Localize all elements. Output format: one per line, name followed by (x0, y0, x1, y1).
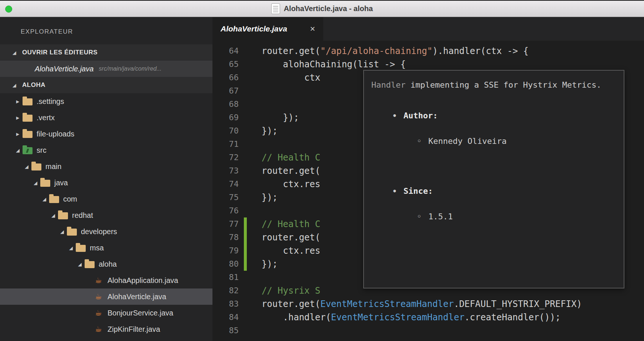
window-title: AlohaVerticle.java - aloha (284, 4, 373, 13)
close-icon[interactable]: × (310, 24, 315, 33)
code-text (247, 98, 262, 111)
chevron-expanded-icon[interactable]: ◢ (76, 261, 84, 267)
chevron-collapsed-icon[interactable]: ▸ (14, 98, 22, 105)
open-editor-item[interactable]: AlohaVerticle.java src/main/java/com/red… (0, 61, 212, 77)
line-number: 78 (212, 231, 244, 244)
bullet-icon: • (392, 187, 397, 196)
tree-item-redhat[interactable]: ◢redhat (0, 207, 212, 223)
tree-item-label: file-uploads (37, 130, 74, 138)
code-line[interactable]: 64router.get("/api/aloha-chaining").hand… (212, 44, 644, 58)
code-text: ctx.res (247, 178, 320, 191)
line-number: 79 (212, 244, 244, 257)
tree-item--vertx[interactable]: ▸.vertx (0, 109, 212, 126)
code-text: router.get("/api/aloha-chaining").handle… (247, 44, 528, 58)
chevron-expanded-icon[interactable]: ◢ (58, 229, 66, 234)
tree-item-label: msa (90, 244, 104, 252)
traffic-light-green-button[interactable] (5, 6, 12, 13)
tooltip-section-item: ◦Kennedy Oliveira (392, 136, 616, 146)
gutter-marker (244, 178, 247, 191)
chevron-collapsed-icon[interactable]: ▸ (14, 130, 22, 138)
tree-item-file-uploads[interactable]: ▸file-uploads (0, 126, 212, 142)
code-line[interactable]: 83router.get(EventMetricsStreamHandler.D… (212, 297, 644, 311)
line-number: 82 (212, 284, 244, 297)
java-file-icon: ☕ (93, 325, 103, 334)
hollow-bullet-icon: ◦ (417, 212, 422, 221)
line-number: 84 (212, 311, 244, 324)
line-number: 73 (212, 164, 244, 178)
code-text (247, 324, 262, 337)
gutter-marker (244, 58, 247, 71)
tree-item-bonjourservice-java[interactable]: ☕BonjourService.java (0, 305, 212, 321)
tree-item-alohaapplication-java[interactable]: ☕AlohaApplication.java (0, 272, 212, 288)
gutter-marker (244, 271, 247, 284)
tooltip-section-label: •Author: (392, 111, 616, 120)
line-number: 66 (212, 71, 244, 84)
code-text (247, 271, 262, 284)
tree-item-alohaverticle-java[interactable]: ☕AlohaVerticle.java (0, 288, 212, 305)
tree-item-aloha[interactable]: ◢aloha (0, 256, 212, 272)
code-text: // Health C (247, 151, 320, 164)
open-editor-file-name: AlohaVerticle.java (35, 65, 93, 73)
tree-item-label: java (54, 179, 68, 187)
tooltip-item-text: 1.5.1 (428, 212, 453, 221)
open-editors-header[interactable]: ◢ OUVRIR LES ÉDITEURS (0, 44, 212, 61)
gutter-marker (244, 111, 247, 124)
tree-item-label: BonjourService.java (108, 309, 173, 317)
gutter-marker (244, 124, 247, 138)
code-text: alohaChaining(list -> { (247, 58, 406, 71)
chevron-expanded-icon[interactable]: ◢ (23, 164, 31, 169)
chevron-expanded-icon[interactable]: ◢ (40, 196, 48, 202)
tree-item--settings[interactable]: ▸.settings (0, 93, 212, 109)
code-text: }); (247, 191, 277, 204)
line-number: 77 (212, 217, 244, 231)
code-line[interactable]: 84 .handler(EventMetricsStreamHandler.cr… (212, 311, 644, 324)
tab-label: AlohaVerticle.java (221, 24, 304, 33)
gutter-marker (244, 164, 247, 178)
gutter-marker (244, 98, 247, 111)
line-number: 83 (212, 297, 244, 311)
file-tree: ▸.settings▸.vertx▸file-uploads◢src◢main◢… (0, 93, 212, 341)
code-line[interactable]: 65 alohaChaining(list -> { (212, 58, 644, 71)
folder-icon (76, 245, 86, 252)
code-text (247, 204, 262, 217)
code-text: ctx.res (247, 244, 320, 257)
tree-item-main[interactable]: ◢main (0, 158, 212, 175)
tree-item-msa[interactable]: ◢msa (0, 240, 212, 256)
line-number: 80 (212, 257, 244, 271)
src-folder-icon (23, 147, 33, 154)
tree-item-java[interactable]: ◢java (0, 175, 212, 191)
chevron-expanded-icon[interactable]: ◢ (67, 245, 75, 251)
line-number: 85 (212, 324, 244, 337)
code-line[interactable]: 85 (212, 324, 644, 337)
tree-item-developers[interactable]: ◢developers (0, 223, 212, 240)
gutter-marker (244, 191, 247, 204)
line-number: 64 (212, 44, 244, 58)
line-number: 75 (212, 191, 244, 204)
chevron-expanded-icon: ◢ (10, 50, 18, 55)
tree-item-src[interactable]: ◢src (0, 142, 212, 158)
gutter-marker (244, 324, 247, 337)
chevron-expanded-icon[interactable]: ◢ (31, 180, 40, 186)
tooltip-section-item: ◦1.5.1 (392, 212, 616, 221)
chevron-expanded-icon[interactable]: ◢ (49, 213, 57, 218)
chevron-expanded-icon[interactable]: ◢ (14, 148, 22, 153)
line-number: 69 (212, 111, 244, 124)
gutter-marker (244, 297, 247, 311)
window-titlebar: AlohaVerticle.java - aloha (0, 0, 644, 17)
git-added-marker (244, 257, 247, 271)
line-number: 71 (212, 138, 244, 151)
tree-item-label: .vertx (37, 114, 55, 122)
project-section-header[interactable]: ◢ ALOHA (0, 77, 212, 93)
code-text: }); (247, 124, 277, 138)
tree-item-label: com (63, 195, 77, 203)
code-text: }); (247, 111, 299, 124)
tree-item-zipkinfilter-java[interactable]: ☕ZipKinFilter.java (0, 321, 212, 337)
chevron-collapsed-icon[interactable]: ▸ (14, 114, 22, 122)
tooltip-section-label-text: Author: (403, 111, 438, 120)
tooltip-section-label-text: Since: (403, 186, 433, 196)
tab-alohaverticle[interactable]: AlohaVerticle.java × (212, 17, 323, 41)
explorer-title: EXPLORATEUR (0, 17, 212, 44)
gutter-marker (244, 311, 247, 324)
tree-item-label: aloha (99, 260, 117, 269)
tree-item-com[interactable]: ◢com (0, 191, 212, 207)
